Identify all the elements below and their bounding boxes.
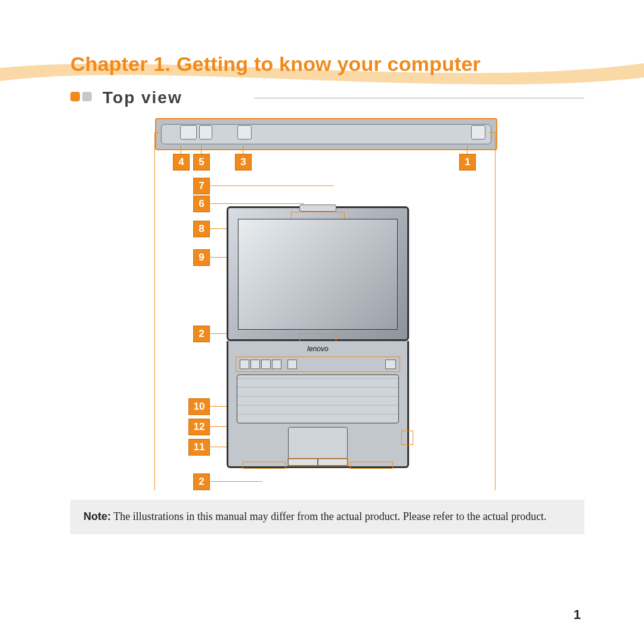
callout-6: 6 [193, 196, 210, 212]
callout-9: 9 [193, 249, 210, 266]
callout-1: 1 [459, 154, 476, 171]
keyboard [237, 374, 399, 423]
callout-3: 3 [235, 154, 252, 171]
chapter-title: Chapter 1. Getting to know your computer [70, 52, 481, 76]
touchpad [288, 427, 348, 459]
bullet-icon [70, 92, 94, 104]
section-header: Top view [70, 88, 584, 107]
section-title: Top view [103, 88, 182, 107]
callout-2b: 2 [193, 473, 210, 490]
lid-latch [299, 205, 336, 212]
page-number: 1 [574, 607, 581, 623]
display-panel [238, 219, 398, 330]
callout-8: 8 [193, 221, 210, 237]
callout-2: 2 [193, 326, 210, 342]
callout-12: 12 [188, 419, 210, 435]
manual-page: Chapter 1. Getting to know your computer… [0, 0, 644, 644]
callout-10: 10 [188, 398, 210, 415]
callout-5: 5 [193, 154, 210, 171]
fingerprint-reader [401, 431, 413, 445]
callout-7: 7 [193, 178, 210, 194]
latch-release [299, 333, 336, 342]
detail-strip [155, 118, 497, 150]
callout-4: 4 [173, 154, 190, 171]
control-bar [236, 357, 400, 372]
speaker-left [243, 462, 286, 469]
touchpad-buttons [287, 458, 348, 466]
laptop-illustration: lenovo [227, 206, 405, 468]
note-text: The illustrations in this manual may dif… [113, 510, 546, 522]
note-label: Note: [83, 510, 111, 522]
callout-11: 11 [188, 439, 210, 456]
section-rule [254, 98, 584, 98]
brand-label: lenovo [307, 345, 328, 353]
note-box: Note: The illustrations in this manual m… [70, 500, 584, 534]
speaker-right [350, 462, 393, 469]
top-view-diagram: 4 5 3 1 7 6 8 9 2 10 12 11 2 [155, 118, 501, 468]
